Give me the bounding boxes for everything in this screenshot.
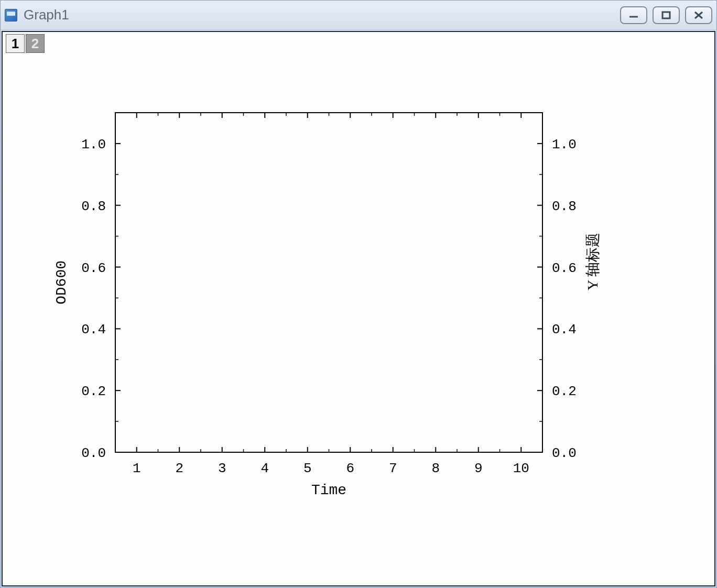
minimize-button[interactable] [620,6,647,24]
graph-window: Graph1 1 2 123456789100.00.20.40.60.81.0… [0,0,717,588]
close-icon [692,10,705,20]
y-tick-label: 0.0 [81,445,106,461]
svg-rect-1 [662,12,670,18]
x-tick-label: 6 [346,461,354,476]
y-tick-label: 1.0 [81,137,106,153]
y2-axis-label: Y 轴标题 [584,233,601,290]
y2-tick-label: 1.0 [552,137,577,153]
y2-tick-label: 0.8 [552,199,577,214]
minimize-icon [627,10,640,20]
y-tick-label: 0.2 [81,384,106,399]
y2-tick-label: 0.4 [552,322,577,337]
y2-tick-label: 0.0 [552,445,577,461]
x-tick-label: 9 [474,461,483,476]
layer-tab-2[interactable]: 2 [26,34,45,53]
titlebar[interactable]: Graph1 [1,1,716,30]
chart-svg: 123456789100.00.20.40.60.81.00.00.20.40.… [3,55,715,579]
layer-tab-1[interactable]: 1 [6,34,25,53]
x-tick-label: 5 [303,461,312,476]
chart-area[interactable]: 123456789100.00.20.40.60.81.00.00.20.40.… [3,55,714,585]
x-tick-label: 10 [513,461,529,476]
window-title: Graph1 [24,7,620,23]
x-tick-label: 7 [389,461,397,476]
x-axis-label: Time [311,482,346,498]
x-tick-label: 3 [218,461,226,476]
content-area: 1 2 123456789100.00.20.40.60.81.00.00.20… [2,31,715,586]
app-icon [5,9,17,21]
layer-tabs: 1 2 [3,32,714,55]
x-tick-label: 2 [175,461,183,476]
y-tick-label: 0.4 [81,322,106,337]
close-button[interactable] [685,6,712,24]
y2-tick-label: 0.6 [552,260,577,276]
x-tick-label: 1 [133,461,141,476]
y-tick-label: 0.6 [81,260,106,276]
x-tick-label: 8 [431,461,440,476]
y-axis-label: OD600 [53,260,70,304]
maximize-icon [660,10,672,20]
y-tick-label: 0.8 [81,199,106,214]
plot-frame [115,113,542,452]
x-tick-label: 4 [260,461,269,476]
y2-tick-label: 0.2 [552,384,577,399]
maximize-button[interactable] [653,6,680,24]
window-controls [620,6,712,24]
